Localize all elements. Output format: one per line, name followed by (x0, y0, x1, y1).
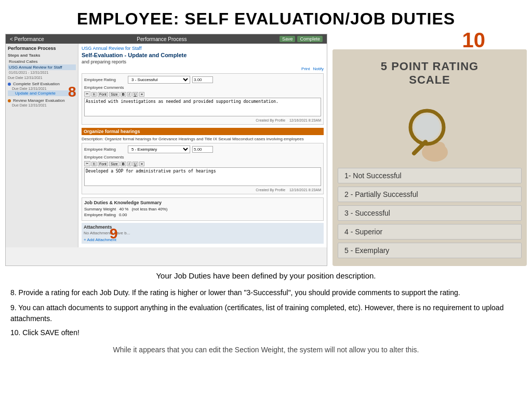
ss-toolbar-size[interactable]: Size (109, 92, 119, 97)
ss-steps-label: Steps and Tasks (8, 53, 76, 58)
instruction-10: 10. Click SAVE often! (10, 327, 522, 338)
ss-summary-section: Job Duties & Knowledge Summary Summary W… (82, 197, 324, 221)
svg-point-4 (414, 114, 440, 140)
ss-summary-rating-row: Employee Rating 0.00 (84, 213, 321, 217)
ss-summary-rating-value: 0.00 (119, 213, 127, 217)
ss-toolbar-bold[interactable]: B (121, 92, 126, 97)
ss-form2-score: 5.00 (192, 146, 213, 153)
ss-notify-link[interactable]: Notify (313, 67, 324, 71)
ss-form2-toolbar: ✂ ⎘ Font Size B I U ≡ (84, 161, 321, 166)
back-nav[interactable]: < Performance (10, 36, 44, 42)
ss-summary-weight-value: 40 % (119, 207, 128, 211)
rating-item-3: 3 - Successful (338, 205, 522, 221)
ss-summary-weight-note: (not less than 40%) (131, 207, 167, 211)
ss-form1-toolbar: ✂ ⎘ Font Size B I U ≡ (84, 91, 321, 97)
ss-form1-textarea[interactable]: Assisted with investigations as needed a… (84, 98, 321, 116)
arrow-10-annotation: 10 (462, 29, 486, 52)
ss-subtask1[interactable]: Update and Complete (8, 90, 76, 96)
rating-item-1: 1- Not Successful (338, 168, 522, 183)
ss-date1: 01/01/2021 - 12/31/2021 (8, 70, 76, 75)
instruction-9: 9. You can attach documents to support a… (10, 302, 522, 324)
ss-topbar-left: < Performance (10, 36, 44, 42)
ss-form2-toolbar-italic[interactable]: I (127, 162, 131, 166)
ss-form2-textarea[interactable]: Developed a SOP for administrative parts… (84, 167, 321, 186)
ss-form1-comments-row: Employee Comments (84, 85, 321, 90)
ss-process-label: Performance Process (8, 46, 76, 51)
save-button[interactable]: Save (280, 36, 296, 42)
ss-form2-rating-label: Employee Rating (84, 147, 126, 152)
ss-topbar: < Performance Performance Process Save C… (6, 34, 327, 44)
ss-print-link[interactable]: Print (301, 67, 310, 71)
ss-toolbar-copy[interactable]: ⎘ (91, 92, 97, 97)
instruction-8: 8. Provide a rating for each Job Duty. I… (10, 287, 522, 298)
ss-form1-score: 3.00 (192, 76, 213, 83)
ss-toolbar-italic[interactable]: I (127, 92, 131, 97)
rating-image-area (332, 95, 527, 168)
ss-sub-title: and preparing reports (82, 59, 324, 64)
ss-summary-weight-label: Summary Weight (84, 207, 116, 211)
rating-item-2: 2 - Partially Successful (338, 187, 522, 202)
ss-task3[interactable]: Review Manager Evaluation (12, 98, 66, 103)
ss-form2-toolbar-copy[interactable]: ⎘ (91, 162, 97, 166)
ss-task3-row: Review Manager Evaluation (8, 98, 76, 103)
page-title: EMPLOYEE: SELF EVALUATION/JOB DUTIES (0, 0, 532, 34)
ss-form2-toolbar-scissors[interactable]: ✂ (84, 161, 90, 166)
ss-toolbar-scissors[interactable]: ✂ (84, 91, 90, 97)
rating-panel: 10 5 POINT RATING SCALE 1- Not Successfu… (332, 34, 527, 266)
ss-main-area: USG Annual Review for Staff Self-Evaluat… (78, 44, 327, 247)
ss-form1-rating-row: Employee Rating 3 - Successful 3.00 (84, 76, 321, 84)
ss-due-date-1: Due Date 12/31/2021 (8, 76, 76, 79)
ss-topbar-right: Save Complete (280, 36, 323, 42)
ss-form2-comments-label: Employee Comments (84, 155, 126, 160)
ss-form2-comments-row: Employee Comments (84, 155, 321, 160)
ss-toolbar-font[interactable]: Font (98, 92, 108, 97)
ss-form2-rating-select[interactable]: 5 - Exemplary (128, 145, 190, 153)
ss-toolbar-underline[interactable]: U (132, 92, 138, 97)
ss-summary-title: Job Duties & Knowledge Summary (84, 200, 321, 205)
rating-card-header: 5 POINT RATING SCALE (332, 49, 527, 95)
ss-due-date-2: Due Date 12/31/2021 (12, 87, 76, 90)
ss-attachments-section: Attachments No Attachments have b... + A… (82, 223, 324, 244)
ss-section2-desc: Description: Organize formal hearings fo… (82, 137, 324, 141)
ss-task1[interactable]: USG Annual Review for Staff (8, 64, 76, 70)
ss-form2-toolbar-size[interactable]: Size (109, 162, 119, 166)
screenshot-panel: 8 < Performance Performance Process Save… (5, 34, 327, 266)
ss-task2[interactable]: Complete Self Evaluation (12, 81, 61, 87)
ss-form1-rating-label: Employee Rating (84, 77, 126, 82)
bottom-area: Your Job Duties have been defined by you… (0, 266, 532, 359)
ss-body: Performance Process Steps and Tasks Rosa… (6, 44, 327, 247)
ss-form2-toolbar-font[interactable]: Font (98, 162, 108, 166)
ss-form1-comments-label: Employee Comments (84, 85, 126, 90)
arrow-8-annotation: 8 (68, 84, 76, 100)
ss-topbar-center: Performance Process (137, 36, 187, 42)
ss-no-attachments: No Attachments have b... (84, 231, 322, 235)
bottom-footer: While it appears that you can edit the S… (10, 346, 522, 354)
ss-form1-rating-select[interactable]: 3 - Successful (128, 76, 190, 84)
ss-user-name: Rosalind Calles (8, 59, 76, 64)
ss-toolbar-align[interactable]: ≡ (139, 92, 144, 97)
ss-task2-row: Complete Self Evaluation (8, 81, 76, 87)
magnifying-glass-icon (398, 100, 461, 163)
ss-form1: Employee Rating 3 - Successful 3.00 Empl… (82, 73, 324, 125)
arrow-9-annotation: 9 (110, 226, 118, 242)
ss-print-row: Print Notify (82, 67, 324, 71)
ss-due-date-3: Due Date 12/31/2021 (12, 103, 76, 107)
rating-card: 5 POINT RATING SCALE 1- Not Successful 2… (332, 49, 527, 266)
ss-form2-created: Created By Profile 12/16/2021 8:23AM (84, 188, 321, 192)
ss-breadcrumb[interactable]: USG Annual Review for Staff (82, 46, 324, 51)
ss-page-title: Self-Evaluation - Update and Complete (82, 52, 324, 58)
ss-form2-toolbar-align[interactable]: ≡ (139, 162, 144, 166)
complete-button[interactable]: Complete (297, 36, 323, 42)
ss-form2-toolbar-underline[interactable]: U (132, 162, 138, 166)
rating-item-5: 5 - Exemplary (338, 243, 522, 258)
rating-items: 1- Not Successful 2 - Partially Successf… (332, 168, 527, 266)
ss-form2-toolbar-bold[interactable]: B (121, 162, 126, 166)
ss-form2: Employee Rating 5 - Exemplary 5.00 Emplo… (82, 143, 324, 194)
ss-form1-created: Created By Profile 12/16/2021 8:23AM (84, 118, 321, 122)
ss-sidebar: Performance Process Steps and Tasks Rosa… (6, 44, 78, 247)
ss-summary-weight-row: Summary Weight 40 % (not less than 40%) (84, 207, 321, 211)
ss-section2-title: Organize formal hearings (82, 128, 324, 135)
bottom-centered-text: Your Job Duties have been defined by you… (10, 271, 522, 280)
rating-item-4: 4 - Superior (338, 224, 522, 240)
ss-attachments-title: Attachments (84, 224, 322, 230)
